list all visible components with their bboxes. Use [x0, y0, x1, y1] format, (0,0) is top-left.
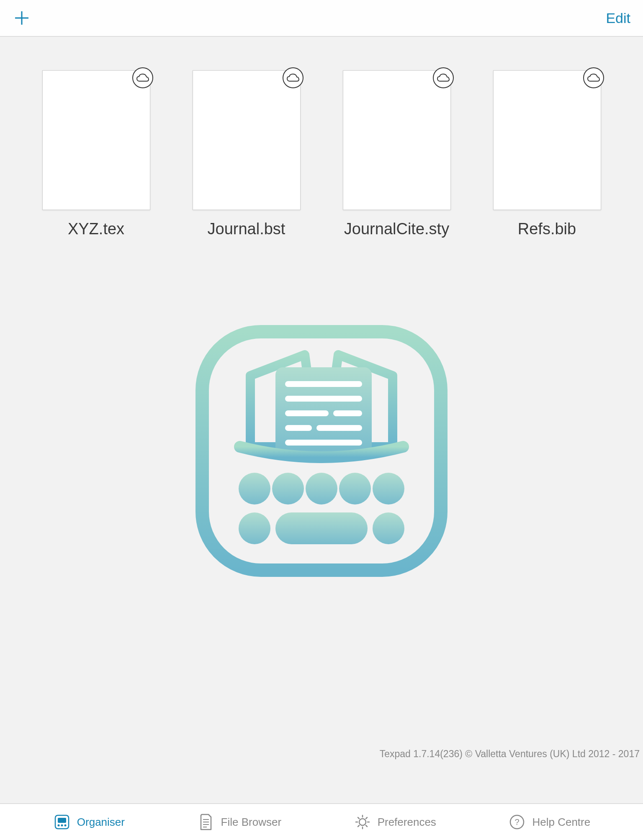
tab-label: File Browser — [221, 816, 281, 829]
footer-copyright: Texpad 1.7.14(236) © Valletta Ventures (… — [380, 748, 640, 760]
svg-rect-20 — [58, 818, 66, 823]
help-centre-icon: ? — [508, 813, 526, 831]
file-thumbnail — [493, 70, 601, 210]
cloud-icon — [136, 74, 149, 82]
svg-point-12 — [272, 473, 304, 505]
cloud-badge — [433, 67, 454, 88]
tab-label: Preferences — [378, 816, 436, 829]
content-area: XYZ.tex Journal.bst Jour — [0, 37, 643, 803]
svg-point-18 — [373, 512, 404, 544]
svg-point-28 — [359, 819, 366, 825]
file-name-label: Journal.bst — [208, 220, 285, 238]
tab-preferences[interactable]: Preferences — [353, 813, 436, 831]
file-browser-icon — [197, 813, 215, 831]
tab-help-centre[interactable]: ? Help Centre — [508, 813, 590, 831]
svg-point-11 — [239, 473, 270, 505]
tab-label: Help Centre — [532, 816, 590, 829]
bottom-tab-bar: Organiser File Browser Preferences — [0, 803, 643, 840]
cloud-badge — [283, 67, 303, 88]
texpad-logo-icon — [192, 321, 451, 581]
file-thumbnail — [193, 70, 301, 210]
file-item[interactable]: Refs.bib — [493, 70, 601, 238]
preferences-icon — [353, 813, 372, 831]
svg-text:?: ? — [515, 817, 520, 827]
cloud-icon — [287, 74, 299, 82]
file-thumbnail — [42, 70, 150, 210]
file-item[interactable]: JournalCite.sty — [342, 70, 451, 238]
svg-point-13 — [306, 473, 337, 505]
edit-button[interactable]: Edit — [606, 10, 630, 26]
file-name-label: XYZ.tex — [68, 220, 124, 238]
cloud-icon — [437, 74, 450, 82]
add-button[interactable] — [13, 9, 31, 27]
cloud-badge — [583, 67, 604, 88]
file-grid: XYZ.tex Journal.bst Jour — [42, 70, 601, 238]
cloud-icon — [587, 74, 600, 82]
file-name-label: Refs.bib — [518, 220, 576, 238]
file-item[interactable]: XYZ.tex — [42, 70, 150, 238]
svg-point-21 — [57, 825, 59, 827]
svg-rect-17 — [275, 512, 368, 544]
tab-organiser[interactable]: Organiser — [53, 813, 125, 831]
app-logo — [192, 321, 451, 581]
svg-point-23 — [64, 825, 66, 827]
svg-point-16 — [239, 512, 270, 544]
svg-point-22 — [61, 825, 63, 827]
file-thumbnail — [343, 70, 451, 210]
top-toolbar: Edit — [0, 0, 643, 37]
organiser-icon — [53, 813, 71, 831]
svg-point-15 — [373, 473, 404, 505]
svg-point-14 — [339, 473, 371, 505]
file-item[interactable]: Journal.bst — [192, 70, 301, 238]
cloud-badge — [132, 67, 153, 88]
file-name-label: JournalCite.sty — [344, 220, 449, 238]
tab-file-browser[interactable]: File Browser — [197, 813, 281, 831]
plus-icon — [14, 10, 29, 26]
tab-label: Organiser — [77, 816, 125, 829]
